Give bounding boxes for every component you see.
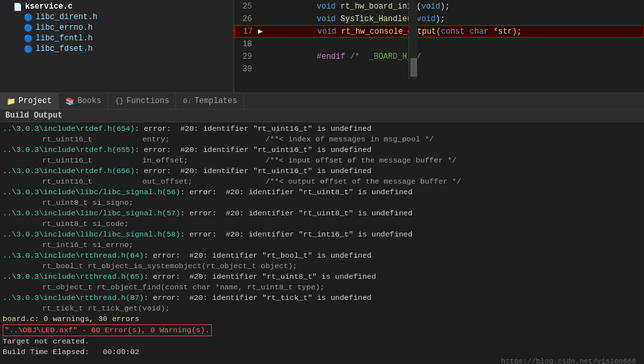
build-line-19: board.c: 0 warnings, 30 errors: [3, 314, 641, 324]
build-line-8: rt_uint8_t si_signo;: [3, 198, 641, 208]
header-icon: 🔵: [24, 34, 33, 43]
tree-item-libc-errno[interactable]: 🔵 libc_errno.h: [0, 22, 234, 33]
tab-project[interactable]: 📁 Project: [0, 93, 59, 109]
build-line-1: ..\3.0.3\include\rtdef.h(654): error: #2…: [3, 124, 641, 134]
build-line-13: ..\3.0.3\include\rtthread.h(64): error: …: [3, 250, 641, 261]
file-tree-panel: 📄 kservice.c 🔵 libc_dirent.h 🔵 libc_errn…: [0, 0, 234, 92]
build-line-2: rt_uint16_t entry; /**< index of message…: [3, 134, 641, 145]
top-area: 📄 kservice.c 🔵 libc_dirent.h 🔵 libc_errn…: [0, 0, 644, 92]
build-line-21: Target not created.: [3, 336, 641, 347]
summary-error-box: "..\OBJ\LED.axf" - 60 Error(s), 0 Warnin…: [3, 324, 212, 336]
tabs-bar: 📁 Project 📚 Books {} Functions 0↓ Templa…: [0, 92, 644, 110]
code-line-29: 29 #endif /* _BOARD_H_*/: [234, 50, 644, 63]
build-output-panel[interactable]: ..\3.0.3\include\rtdef.h(654): error: #2…: [0, 122, 644, 364]
functions-icon: {}: [115, 97, 123, 105]
tree-item-libc-fdset[interactable]: 🔵 libc_fdset.h: [0, 44, 234, 54]
header-icon: 🔵: [24, 24, 33, 32]
code-lines: 25 void rt_hw_board_init(void); 26 void …: [234, 0, 644, 92]
build-line-4: rt_uint16_t in_offset; /**< input offset…: [3, 155, 641, 166]
tab-templates[interactable]: 0↓ Templates: [176, 93, 244, 109]
build-output-header: Build Output: [0, 110, 644, 122]
build-line-3: ..\3.0.3\include\rtdef.h(655): error: #2…: [3, 145, 641, 155]
build-line-6: rt_uint16_t out_offset; /**< output offs…: [3, 176, 641, 187]
tab-books[interactable]: 📚 Books: [59, 93, 108, 109]
code-line-30: 30: [234, 63, 644, 75]
header-icon: 🔵: [24, 13, 33, 22]
tree-item-libc-fcntl[interactable]: 🔵 libc_fcntl.h: [0, 33, 234, 44]
watermark-line: https://blog.csdn.net/vision666: [3, 357, 641, 364]
tree-item-kservice[interactable]: 📄 kservice.c: [0, 1, 234, 12]
templates-icon: 0↓: [183, 97, 191, 105]
build-summary-line: "..\OBJ\LED.axf" - 60 Error(s), 0 Warnin…: [3, 324, 641, 336]
books-icon: 📚: [65, 97, 75, 106]
code-editor-panel: 25 void rt_hw_board_init(void); 26 void …: [234, 0, 644, 92]
tree-item-libc-dirent[interactable]: 🔵 libc_dirent.h: [0, 12, 234, 22]
build-line-9: ..\3.0.3\include\libc/libc_signal.h(57):…: [3, 208, 641, 219]
build-line-14: rt_bool_t rt_object_is_systemobject(rt_o…: [3, 261, 641, 272]
header-icon: 🔵: [24, 45, 33, 54]
build-line-12: rt_int16_t si_errno;: [3, 240, 641, 250]
build-line-5: ..\3.0.3\include\rtdef.h(656): error: #2…: [3, 166, 641, 176]
file-icon: 📄: [13, 3, 22, 11]
build-line-11: ..\3.0.3\include\libc/libc_signal.h(58):…: [3, 229, 641, 240]
build-line-10: rt_uint8_t si_code;: [3, 219, 641, 229]
code-line-17: 17 ▶ void rt_hw_console_output(const cha…: [234, 25, 644, 38]
project-icon: 📁: [7, 97, 16, 106]
build-line-16: rt_object_t rt_object_find(const char *n…: [3, 282, 641, 293]
build-line-7: ..\3.0.3\include\libc/libc_signal.h(56):…: [3, 187, 641, 198]
build-line-17: ..\3.0.3\include\rtthread.h(87): error: …: [3, 293, 641, 303]
tab-functions[interactable]: {} Functions: [108, 93, 176, 109]
build-line-18: rt_tick_t rt_tick_get(void);: [3, 303, 641, 314]
build-line-15: ..\3.0.3\include\rtthread.h(65): error: …: [3, 272, 641, 282]
